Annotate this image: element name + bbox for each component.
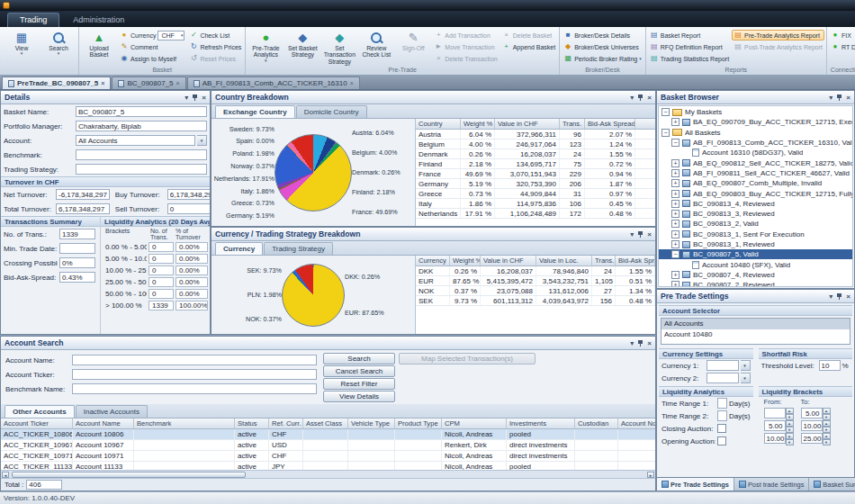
- account-ticker-input[interactable]: [72, 369, 317, 380]
- view-details-button[interactable]: View Details: [323, 391, 395, 402]
- fix-button[interactable]: ●FIX: [829, 30, 855, 40]
- document-tab-pretrade-bc-090807-5[interactable]: PreTrade_BC_090807_5×: [2, 76, 111, 89]
- column-header-country[interactable]: Country: [416, 119, 461, 129]
- no-of-trans-input[interactable]: 1339: [59, 229, 95, 239]
- table-row[interactable]: Finland2.18 %134,695,717750.72 %: [416, 159, 655, 169]
- tab-post-trade-settings[interactable]: Post trade Settings: [734, 478, 809, 490]
- close-icon[interactable]: ×: [647, 230, 652, 238]
- expand-icon[interactable]: +: [671, 220, 680, 228]
- close-icon[interactable]: ×: [202, 94, 206, 102]
- expand-icon[interactable]: +: [671, 271, 680, 279]
- ribbon-tab-administration[interactable]: Administration: [61, 14, 136, 27]
- tree-item[interactable]: +AB_FI_090811_Sell_ACC_TICKER_46627, Val…: [659, 168, 852, 178]
- reset-filter-button[interactable]: Reset Filter: [323, 378, 395, 390]
- tree-item[interactable]: +AB_EQ_090803_Buy_ACC_TICKER_12715, Full…: [659, 188, 852, 198]
- expand-icon[interactable]: +: [671, 118, 680, 126]
- tree-item[interactable]: +BC_090813_1, Sent For Execution: [659, 230, 852, 239]
- close-icon[interactable]: ×: [846, 292, 850, 301]
- assign-to-myself-button[interactable]: ◉Assign to Myself: [118, 53, 186, 64]
- time-range-1-input[interactable]: [717, 398, 727, 409]
- table-row[interactable]: 0.00 % - 5.00 %00.00%: [103, 241, 208, 253]
- spin-up-icon[interactable]: ▲: [823, 408, 831, 414]
- combo-arrow-icon[interactable]: ▾: [741, 360, 751, 371]
- bracket-input[interactable]: 5.00: [801, 408, 823, 418]
- basket-report-button[interactable]: ▤Basket Report: [648, 30, 731, 40]
- table-row[interactable]: 10.00 % - 25.00 %00.00%: [103, 265, 208, 276]
- tree-item[interactable]: +BC_090807_4, Reviewed: [659, 270, 852, 280]
- tab-other-accounts[interactable]: Other Accounts: [4, 405, 75, 418]
- spin-up-icon[interactable]: ▲: [786, 408, 794, 414]
- delete-transaction-button[interactable]: ×Delete Transaction: [432, 53, 499, 64]
- table-row[interactable]: ACC_TICKER_10971Account 10971activeCHFNi…: [1, 451, 655, 462]
- expand-icon[interactable]: +: [671, 159, 680, 167]
- pin-icon[interactable]: [637, 94, 644, 102]
- document-tab-ab-fi-090813-comb-acc-ticker-16310[interactable]: AB_FI_090813_Comb_ACC_TICKER_16310×: [187, 76, 360, 89]
- close-icon[interactable]: ×: [176, 80, 180, 86]
- tree-item[interactable]: +BC_090813_2, Valid: [659, 219, 852, 229]
- column-header-currency[interactable]: Currency: [416, 256, 450, 266]
- table-row[interactable]: 5.00 % - 10.00 %00.00%: [103, 253, 208, 265]
- tree-item[interactable]: Account 10480 (SFX), Valid: [659, 259, 852, 269]
- column-header-account-name[interactable]: Account Name: [73, 418, 134, 428]
- pin-icon[interactable]: [637, 230, 644, 238]
- column-header-weight[interactable]: Weight %: [450, 256, 481, 266]
- table-row[interactable]: 25.00 % - 50.00 %00.00%: [103, 276, 208, 288]
- column-header-cpm[interactable]: CPM: [442, 418, 507, 428]
- collapse-icon[interactable]: −: [662, 129, 670, 137]
- rfq-definition-report-button[interactable]: ▤RFQ Definition Report: [648, 41, 731, 52]
- table-row[interactable]: ACC_TICKER_10967Account 10967activeUSDRe…: [1, 440, 655, 451]
- periodic-broker-rating-button[interactable]: ▦Periodic Broker Rating▾: [562, 53, 644, 64]
- tree-item[interactable]: −BC_090807_5, Valid: [659, 249, 852, 259]
- chevron-down-icon[interactable]: ▾: [829, 292, 832, 301]
- tab-basket-summary[interactable]: Basket Summary: [809, 478, 855, 490]
- document-tab-bc-090807-5[interactable]: BC_090807_5×: [112, 76, 185, 89]
- column-header-value-in-loc[interactable]: Value in Loc.: [536, 256, 592, 266]
- column-header-trans[interactable]: Trans.: [560, 119, 585, 129]
- expand-icon[interactable]: +: [671, 169, 680, 177]
- review-check-list-button[interactable]: Review Check List: [358, 28, 394, 66]
- pre-trade-analytics-report-button[interactable]: ▤Pre-Trade Analytics Report: [732, 30, 824, 40]
- chevron-down-icon[interactable]: ▾: [184, 94, 188, 102]
- pin-icon[interactable]: [192, 94, 198, 102]
- tree-item[interactable]: +BA_EQ_090709_Buy_ACC_TICKER_12715, Exec…: [659, 117, 852, 127]
- set-basket-strategy-button[interactable]: ◆Set Basket Strategy: [284, 28, 320, 66]
- closing-auction-checkbox[interactable]: [717, 424, 726, 433]
- bracket-input[interactable]: 25.00: [801, 433, 823, 444]
- column-header-vehicle-type[interactable]: Vehicle Type: [348, 418, 395, 428]
- spin-up-icon[interactable]: ▲: [786, 420, 794, 427]
- column-header-of-turnover[interactable]: % of Turnover: [173, 227, 205, 241]
- table-row[interactable]: 50.00 % - 100.00 %00.00%: [103, 288, 208, 300]
- set-transaction-strategy-button[interactable]: ◆Set Transaction Strategy: [321, 28, 357, 66]
- bracket-input[interactable]: 10.00: [764, 433, 786, 444]
- table-row[interactable]: Germany5.19 %320,753,3902061.87 %: [416, 179, 655, 189]
- table-row[interactable]: Austria6.04 %372,966,311962.07 %: [416, 130, 655, 140]
- comment-button[interactable]: ✎Comment: [118, 41, 186, 52]
- combo-arrow-icon[interactable]: ▾: [197, 135, 207, 146]
- table-row[interactable]: Greece0.73 %44,909,844310.97 %: [416, 189, 655, 199]
- sell-turnover-input[interactable]: 0: [167, 203, 211, 214]
- chevron-down-icon[interactable]: ▾: [630, 230, 634, 238]
- table-row[interactable]: Denmark0.26 %16,208,037241.55 %: [416, 149, 655, 159]
- tab-exchange-country[interactable]: Exchange Country: [215, 105, 295, 118]
- tree-item[interactable]: −AB_FI_090813_Comb_ACC_TICKER_16310, Val…: [659, 138, 852, 148]
- ribbon-tab-trading[interactable]: Trading: [7, 13, 59, 27]
- column-header-asset-class[interactable]: Asset Class: [303, 418, 348, 428]
- total-turnover-input[interactable]: 6,178,348,297: [56, 203, 110, 214]
- search-button[interactable]: Search▾: [40, 28, 76, 66]
- pin-icon[interactable]: [836, 292, 842, 301]
- currency-2-select[interactable]: [706, 373, 739, 383]
- currency-select[interactable]: CHF▾: [158, 31, 184, 40]
- tab-pre-trade-settings[interactable]: Pre Trade Settings: [657, 478, 734, 490]
- refresh-prices-button[interactable]: ↻Refresh Prices: [187, 41, 243, 52]
- pin-icon[interactable]: [836, 94, 842, 102]
- add-transaction-button[interactable]: +Add Transaction: [432, 30, 499, 40]
- spin-up-icon[interactable]: ▲: [823, 420, 831, 427]
- table-row[interactable]: SEK9.73 %601,113,3124,039,643,9721560.48…: [416, 296, 655, 306]
- scroll-left-icon[interactable]: ◂: [2, 472, 9, 478]
- opening-auction-checkbox[interactable]: [717, 436, 726, 446]
- account-option[interactable]: Account 10480: [662, 329, 850, 340]
- collapse-icon[interactable]: −: [671, 250, 680, 258]
- tree-item[interactable]: +BC_090807_2, Reviewed: [659, 280, 852, 287]
- map-selected-transactions-button[interactable]: Map Selected Transaction(s): [399, 353, 536, 364]
- collapse-icon[interactable]: −: [671, 139, 680, 147]
